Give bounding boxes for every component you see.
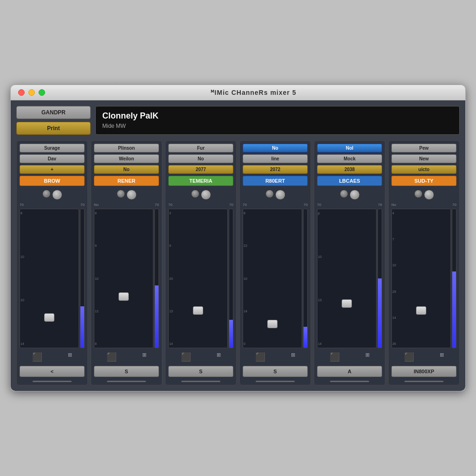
minimize-button[interactable] [28, 89, 35, 96]
ch-icon-bars-ch5[interactable]: ⬛ [330, 352, 340, 362]
ch-icon-settings-ch2[interactable]: ⊞ [142, 352, 146, 362]
channel-ch4: No line 2072 R80ERT 70 70 82210140 [239, 140, 311, 385]
ch-knob-left-ch6[interactable] [414, 190, 423, 198]
ch-bottom-btn-ch3[interactable]: S [168, 366, 233, 377]
channels-section: Surage Dav + BROW 70 70 8101014 [16, 140, 460, 385]
ch-level-meter-ch2 [154, 209, 159, 348]
ch-faders-ch3: 39201314 [168, 209, 233, 348]
ch-btn-top2-ch2[interactable]: Weilon [94, 154, 159, 163]
ch-name-btn-ch2[interactable]: RENER [94, 176, 159, 186]
ch-knob-left-ch2[interactable] [117, 190, 125, 198]
mixer-window: ᴹIMic CHanneRs mixer 5 GANDPR Print Clon… [10, 85, 466, 391]
ch-bottom-btn-ch6[interactable]: IN800XP [391, 366, 456, 377]
ch-name-btn-ch4[interactable]: R80ERT [243, 176, 308, 186]
ch-icon-settings-ch1[interactable]: ⊞ [68, 352, 72, 362]
ch-knob-right-ch1[interactable] [52, 190, 62, 200]
ch-level-meter-ch6 [452, 209, 456, 348]
gandpr-button[interactable]: GANDPR [16, 106, 91, 119]
channel-ch3: Fur No 2077 TEMERIA 70 70 39201314 [165, 140, 237, 385]
ch-scale-top-ch2: No [94, 203, 99, 207]
ch-name-btn-ch3[interactable]: TEMERIA [168, 176, 233, 186]
ch-icon-settings-ch5[interactable]: ⊞ [365, 352, 370, 362]
ch-btn-top1-ch5[interactable]: Nol [317, 144, 382, 152]
ch-level-meter-ch5 [377, 209, 382, 348]
ch-btn-top1-ch3[interactable]: Fur [168, 144, 233, 152]
ch-btn-top1-ch1[interactable]: Surage [20, 144, 85, 152]
ch-btn-gold-ch4[interactable]: 2072 [243, 165, 308, 174]
ch-bottom-line-ch6 [404, 381, 443, 382]
ch-btn-top2-ch5[interactable]: Mock [317, 154, 382, 163]
ch-icon-bars-ch3[interactable]: ⬛ [181, 352, 191, 362]
ch-icon-settings-ch6[interactable]: ⊞ [440, 352, 444, 362]
display-sub: Mide MW [102, 123, 453, 129]
main-content: GANDPR Print Clonnely PalK Mide MW Surag… [11, 100, 465, 391]
ch-icon-bars-ch4[interactable]: ⬛ [255, 352, 265, 362]
ch-icon-bars-ch2[interactable]: ⬛ [106, 352, 117, 362]
channel-ch5: Nol Mock 2038 LBCAES 70 76 p101314 [314, 140, 385, 385]
ch-bottom-btn-ch4[interactable]: S [243, 366, 308, 377]
ch-name-btn-ch1[interactable]: BROW [20, 176, 85, 186]
ch-name-btn-ch5[interactable]: LBCAES [317, 176, 382, 186]
ch-scale-top2-ch2: 70 [155, 203, 159, 207]
ch-btn-top2-ch6[interactable]: New [391, 154, 456, 163]
ch-faders-ch2: 8910128 [94, 209, 159, 348]
ch-faders-ch4: 82210140 [243, 209, 308, 348]
ch-fader-track-main-ch3[interactable]: 39201314 [168, 209, 228, 348]
top-section: GANDPR Print Clonnely PalK Mide MW [16, 106, 460, 135]
ch-knob-right-ch5[interactable] [350, 190, 360, 200]
ch-knob-right-ch6[interactable] [424, 190, 434, 200]
ch-btn-top2-ch4[interactable]: line [243, 154, 308, 163]
ch-meter-fill-ch1 [80, 306, 84, 348]
ch-knob-right-ch4[interactable] [275, 190, 285, 200]
ch-scale-top2-ch5: 76 [378, 203, 382, 207]
ch-bottom-btn-ch2[interactable]: S [94, 366, 159, 377]
channel-ch1: Surage Dav + BROW 70 70 8101014 [16, 140, 88, 385]
ch-bottom-btn-ch1[interactable]: < [20, 366, 85, 377]
channel-ch6: Pew New uicto SUD-TY No 70 4710291426 [388, 140, 460, 385]
ch-knob-left-ch4[interactable] [265, 190, 274, 198]
print-button[interactable]: Print [16, 122, 91, 135]
window-title: ᴹIMic CHanneRs mixer 5 [49, 89, 458, 96]
ch-fader-track-main-ch1[interactable]: 8101014 [20, 209, 79, 348]
ch-btn-gold-ch3[interactable]: 2077 [168, 165, 233, 174]
ch-btn-gold-ch6[interactable]: uicto [391, 165, 456, 174]
ch-scale-top2-ch4: 70 [304, 203, 308, 207]
ch-bottom-line-ch5 [330, 381, 369, 382]
ch-knob-right-ch3[interactable] [201, 190, 211, 200]
ch-fader-track-main-ch6[interactable]: 4710291426 [391, 209, 451, 348]
ch-name-btn-ch6[interactable]: SUD-TY [391, 176, 456, 186]
ch-btn-top2-ch1[interactable]: Dav [20, 154, 85, 163]
ch-btn-gold-ch5[interactable]: 2038 [317, 165, 382, 174]
ch-icon-settings-ch4[interactable]: ⊞ [291, 352, 295, 362]
channel-ch2: Plinson Weilon No RENER No 70 8910128 [91, 140, 162, 385]
ch-btn-top1-ch4[interactable]: No [243, 144, 308, 152]
ch-knob-left-ch3[interactable] [191, 190, 199, 198]
ch-level-meter-ch1 [80, 209, 85, 348]
ch-scale-top-ch3: 70 [168, 203, 172, 207]
ch-btn-top2-ch3[interactable]: No [168, 154, 233, 163]
ch-icon-bars-ch6[interactable]: ⬛ [404, 352, 414, 362]
ch-bottom-btn-ch5[interactable]: A [317, 366, 382, 377]
ch-faders-ch6: 4710291426 [391, 209, 456, 348]
ch-btn-top1-ch2[interactable]: Plinson [94, 144, 159, 152]
ch-bottom-line-ch2 [107, 381, 146, 382]
maximize-button[interactable] [39, 89, 45, 96]
ch-icon-bars-ch1[interactable]: ⬛ [32, 352, 42, 362]
ch-knob-left-ch1[interactable] [42, 190, 51, 198]
close-button[interactable] [18, 89, 25, 96]
ch-bottom-line-ch4 [256, 381, 295, 382]
ch-icon-settings-ch3[interactable]: ⊞ [217, 352, 221, 362]
ch-knob-left-ch5[interactable] [340, 190, 348, 198]
ch-fader-track-main-ch4[interactable]: 82210140 [243, 209, 302, 348]
ch-btn-gold-ch1[interactable]: + [20, 165, 85, 174]
ch-level-meter-ch3 [229, 209, 233, 348]
ch-fader-track-main-ch2[interactable]: 8910128 [94, 209, 153, 348]
ch-fader-track-main-ch5[interactable]: p101314 [317, 209, 377, 348]
ch-faders-ch5: p101314 [317, 209, 382, 348]
ch-scale-top-ch1: 70 [20, 203, 24, 207]
ch-meter-fill-ch2 [155, 285, 159, 348]
ch-btn-gold-ch2[interactable]: No [94, 165, 159, 174]
ch-btn-top1-ch6[interactable]: Pew [391, 144, 456, 152]
ch-knob-right-ch2[interactable] [126, 190, 137, 200]
ch-scale-top2-ch6: 70 [452, 203, 456, 207]
